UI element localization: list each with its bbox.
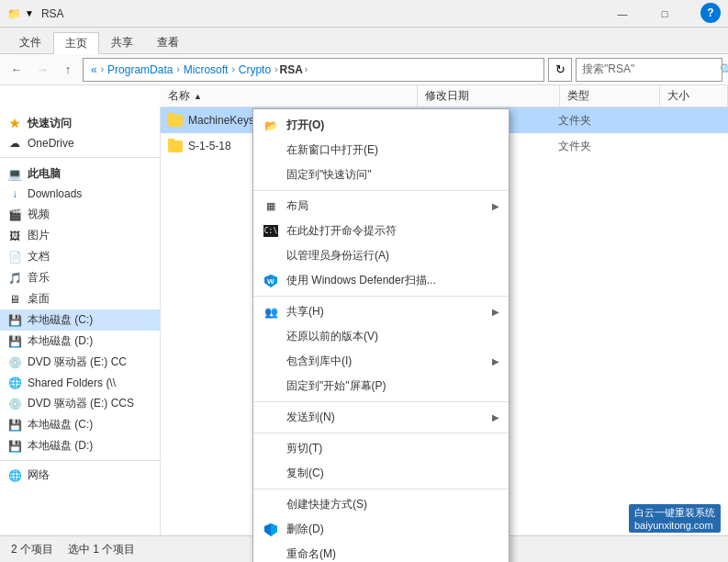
submenu-arrow-share: ▶ (492, 307, 499, 317)
sidebar-item-d-drive[interactable]: 💾 本地磁盘 (D:) (0, 331, 160, 352)
tab-file[interactable]: 文件 (7, 31, 53, 53)
breadcrumb: « › ProgramData › Microsoft › Crypto › R… (89, 63, 308, 76)
sidebar-item-c-drive2[interactable]: 💾 本地磁盘 (C:) (0, 414, 160, 435)
crumb-crypto[interactable]: Crypto (237, 63, 273, 76)
drive-c2-icon: 💾 (7, 418, 22, 433)
sidebar-item-documents[interactable]: 📄 文档 (0, 246, 160, 267)
sidebar-item-shared[interactable]: 🌐 Shared Folders (\\ (0, 373, 160, 393)
drive-d2-icon: 💾 (7, 439, 22, 454)
desktop-icon: 🖥 (7, 292, 22, 307)
sidebar-item-music[interactable]: 🎵 音乐 (0, 267, 160, 288)
sidebar-item-dvd-e[interactable]: 💿 DVD 驱动器 (E:) CC (0, 352, 160, 373)
ctx-share[interactable]: 👥 共享(H) ▶ (253, 299, 509, 324)
up-button[interactable]: ↑ (57, 59, 79, 81)
file-type-s1518: 文件夹 (558, 139, 655, 154)
sidebar-item-dvd-e2[interactable]: 💿 DVD 驱动器 (E:) CCS (0, 393, 160, 414)
sidebar-item-downloads[interactable]: ↓ Downloads (0, 184, 160, 204)
ctx-pin-start[interactable]: 固定到"开始"屏幕(P) (253, 374, 509, 399)
search-input[interactable] (582, 63, 720, 76)
ribbon: 文件 主页 共享 查看 ? (0, 28, 728, 54)
open-icon: 📂 (263, 118, 279, 134)
col-name[interactable]: 名称 ▲ (161, 85, 418, 107)
cloud-icon: ☁ (7, 136, 22, 151)
ctx-rename[interactable]: 重命名(M) (253, 542, 509, 562)
help-button[interactable]: ? (700, 3, 721, 23)
layout-icon: ▦ (263, 198, 279, 215)
ctx-separator (253, 489, 509, 489)
svg-marker-4 (271, 523, 277, 536)
watermark-line2: baiyunxitong.com (634, 520, 715, 531)
address-bar[interactable]: « › ProgramData › Microsoft › Crypto › R… (83, 58, 544, 82)
ctx-send-to[interactable]: 发送到(N) ▶ (253, 405, 509, 430)
music-icon: 🎵 (7, 271, 22, 286)
crumb-microsoft[interactable]: Microsoft (182, 63, 230, 76)
folder-s1518-icon (168, 139, 183, 153)
ctx-run-admin[interactable]: 以管理员身份运行(A) (253, 243, 509, 268)
sidebar-item-d-drive2[interactable]: 💾 本地磁盘 (D:) (0, 435, 160, 456)
dvd-icon: 💿 (7, 355, 22, 370)
sidebar-item-pictures[interactable]: 🖼 图片 (0, 225, 160, 246)
tab-home[interactable]: 主页 (53, 32, 99, 54)
status-count: 2 个项目 (11, 542, 53, 557)
ctx-pin-quickaccess[interactable]: 固定到"快速访问" (253, 163, 509, 187)
sidebar-item-network[interactable]: 🌐 网络 (0, 465, 160, 486)
context-menu: 📂 打开(O) 在新窗口中打开(E) 固定到"快速访问" ▦ 布局 ▶ C:\ … (252, 108, 510, 562)
sidebar-item-c-drive[interactable]: 💾 本地磁盘 (C:) (0, 309, 160, 331)
ctx-open[interactable]: 📂 打开(O) (253, 113, 509, 138)
col-date[interactable]: 修改日期 (418, 85, 560, 107)
network-icon: 🌐 (7, 376, 22, 390)
file-type-machinekeys: 文件夹 (558, 113, 655, 129)
ctx-delete[interactable]: 删除(D) (253, 517, 509, 542)
pc-icon: 💻 (7, 167, 22, 182)
search-box[interactable]: 🔍 (576, 58, 722, 82)
dvd-icon2: 💿 (7, 397, 22, 411)
ctx-copy[interactable]: 复制(C) (253, 461, 509, 486)
sidebar-item-video[interactable]: 🎬 视频 (0, 204, 160, 225)
col-type[interactable]: 类型 (560, 85, 661, 107)
forward-button[interactable]: → (31, 59, 53, 81)
drive-d-icon: 💾 (7, 334, 22, 349)
network2-icon: 🌐 (7, 468, 22, 483)
ctx-open-cmd[interactable]: C:\ 在此处打开命令提示符 (253, 219, 509, 243)
back-button[interactable]: ← (6, 59, 28, 81)
ctx-layout[interactable]: ▦ 布局 ▶ (253, 194, 509, 219)
defender-icon: W (263, 273, 279, 289)
status-selected: 选中 1 个项目 (68, 542, 135, 557)
sidebar-item-desktop[interactable]: 🖥 桌面 (0, 288, 160, 309)
file-icon: 📁 (7, 7, 21, 20)
maximize-button[interactable]: □ (644, 0, 686, 28)
ctx-open-newwindow[interactable]: 在新窗口中打开(E) (253, 138, 509, 163)
ribbon-tabs: 文件 主页 共享 查看 ? (0, 28, 728, 53)
ctx-create-shortcut[interactable]: 创建快捷方式(S) (253, 492, 509, 517)
col-size[interactable]: 大小 (660, 85, 728, 107)
crumb-start[interactable]: « (89, 63, 99, 76)
video-icon: 🎬 (7, 208, 22, 222)
watermark-line1: 白云一键重装系统 (634, 506, 715, 520)
share-icon: 👥 (263, 304, 279, 320)
search-icon[interactable]: 🔍 (720, 61, 728, 79)
watermark: 白云一键重装系统 baiyunxitong.com (629, 504, 721, 533)
title-icons: 📁 ▼ (7, 7, 34, 20)
ctx-defender-scan[interactable]: W 使用 Windows Defender扫描... (253, 268, 509, 293)
minimize-button[interactable]: — (601, 0, 644, 28)
folder-machinekeys-icon (168, 113, 183, 128)
sidebar-item-onedrive[interactable]: ☁ OneDrive (0, 133, 160, 153)
submenu-arrow: ▶ (492, 201, 499, 211)
image-icon: 🖼 (7, 229, 22, 243)
refresh-button[interactable]: ↻ (548, 58, 572, 82)
crumb-rsa: RSA (279, 63, 302, 76)
submenu-arrow-sendto: ▶ (492, 412, 499, 422)
ctx-restore-version[interactable]: 还原以前的版本(V) (253, 324, 509, 349)
tab-share[interactable]: 共享 (99, 31, 145, 53)
ctx-include-library[interactable]: 包含到库中(I) ▶ (253, 349, 509, 374)
sidebar-quickaccess-header: ★ 快速访问 (0, 111, 160, 133)
delete-shield-icon (263, 522, 279, 538)
drive-c-icon: 💾 (7, 313, 22, 328)
ctx-separator (253, 296, 509, 297)
tab-view[interactable]: 查看 (145, 31, 191, 53)
star-icon: ★ (7, 117, 22, 131)
doc-icon: 📄 (7, 250, 22, 264)
crumb-programdata[interactable]: ProgramData (106, 63, 174, 76)
title-bar: 📁 ▼ RSA — □ ✕ (0, 0, 728, 28)
ctx-cut[interactable]: 剪切(T) (253, 436, 509, 461)
